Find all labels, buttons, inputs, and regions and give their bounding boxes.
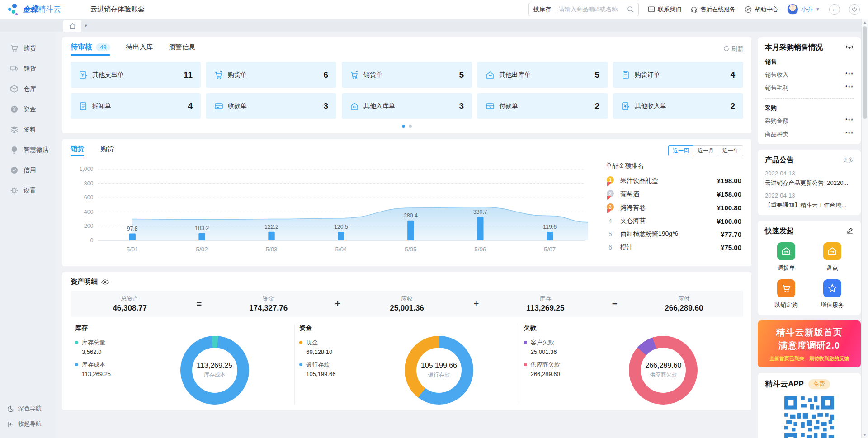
yen-doc-icon (621, 102, 630, 111)
quick-action-value-added[interactable]: 增值服务 (811, 279, 854, 309)
more-link[interactable]: 更多 (843, 156, 854, 164)
total-assets: 总资产 46,308.77 (71, 295, 189, 313)
sidebar: 购货 销货 仓库 资金 资料 智慧微店 信用 设置 (0, 32, 55, 438)
stocktake-house-icon (827, 246, 838, 257)
scroll-up-arrow[interactable]: ▲ (862, 19, 868, 25)
svg-text:103.2: 103.2 (195, 225, 209, 231)
ranking-row[interactable]: 6 橙汁 ¥75.00 (606, 243, 741, 251)
sidebar-item-purchase[interactable]: 购货 (0, 38, 55, 58)
quick-action-stocktake[interactable]: 盘点 (811, 242, 854, 272)
plus-operator: + (466, 299, 486, 309)
range-week-button[interactable]: 近一周 (668, 145, 693, 156)
truck-icon (10, 64, 19, 73)
refresh-button[interactable]: 刷新 (723, 45, 743, 53)
home-tab[interactable] (63, 20, 81, 32)
eye-icon[interactable] (101, 279, 109, 285)
announcement-link[interactable]: 云进销存产品更新公告_20220... (765, 179, 854, 187)
pending-card-receipt[interactable]: 收款单 3 (206, 93, 336, 119)
collapse-nav-button[interactable]: 收起导航 (0, 416, 55, 432)
carousel-dot-2[interactable] (409, 125, 412, 128)
search-scope-selector[interactable]: 搜库存 (533, 5, 551, 14)
debts-legend: 客户欠款25,001.36 供应商欠款266,289.60 (524, 339, 588, 405)
legend-dot (75, 341, 78, 344)
gold-medal-icon: 1 (606, 176, 615, 185)
pending-card-other-expense[interactable]: 其他支出单 11 (71, 62, 201, 88)
bronze-medal-icon: 3 (606, 203, 615, 212)
logo-icon (8, 4, 19, 15)
sidebar-item-data[interactable]: 资料 (0, 119, 55, 140)
sidebar-item-credit[interactable]: 信用 (0, 160, 55, 180)
edit-quick-actions-button[interactable] (846, 227, 854, 235)
sidebar-item-smart-shop[interactable]: 智慧微店 (0, 140, 55, 160)
range-switcher: 近一周 近一月 近一年 (669, 145, 743, 156)
back-button[interactable]: ← (829, 4, 840, 15)
pending-card-other-income[interactable]: 其他收入单 2 (613, 93, 743, 119)
after-sales-service-link[interactable]: 售后在线服务 (690, 5, 736, 14)
tab-sales-trend[interactable]: 销货 (71, 145, 84, 156)
pending-card-other-inbound[interactable]: 其他入库单 3 (342, 93, 472, 119)
search-input[interactable] (559, 6, 623, 13)
pending-card-purchase-request[interactable]: 购货订单 4 (613, 62, 743, 88)
sidebar-item-settings[interactable]: 设置 (0, 180, 55, 201)
tab-pending-approval[interactable]: 待审核 49 (71, 42, 110, 55)
ranking-row[interactable]: 1 果汁饮品礼盒 ¥198.00 (606, 176, 741, 185)
funds-donut-chart: 105,199.66银行存款 (405, 336, 473, 405)
pending-card-sales-order[interactable]: 销货单 5 (342, 62, 472, 88)
funds-amount: 资金 174,327.76 (209, 295, 327, 313)
collapse-icon (7, 421, 14, 428)
contact-us-link[interactable]: 联系我们 (648, 5, 681, 14)
range-year-button[interactable]: 近一年 (718, 145, 743, 156)
vertical-scrollbar[interactable]: ▲ ▼ (861, 19, 868, 438)
range-month-button[interactable]: 近一月 (693, 145, 718, 156)
svg-text:5/07: 5/07 (544, 246, 556, 253)
quick-action-purchase-by-sales[interactable]: 以销定购 (765, 279, 807, 309)
message-icon (648, 6, 655, 13)
ranking-row[interactable]: 3 烤海苔卷 ¥100.80 (606, 203, 741, 212)
announcement-link[interactable]: 【重要通知】精斗云工作台域... (765, 201, 854, 209)
pending-card-purchase-order[interactable]: 购货单 6 (206, 62, 336, 88)
ranking-panel: 单品金额排名 1 果汁饮品礼盒 ¥198.00 2 葡萄酒 ¥158.00 (598, 161, 743, 261)
sidebar-item-funds[interactable]: 资金 (0, 99, 55, 119)
scroll-down-arrow[interactable]: ▼ (862, 432, 868, 438)
tab-warning-info[interactable]: 预警信息 (168, 43, 195, 54)
svg-text:400: 400 (84, 209, 94, 215)
tab-purchase-trend[interactable]: 购货 (100, 145, 114, 156)
search-box[interactable]: 搜库存 (528, 3, 639, 16)
svg-text:0: 0 (90, 237, 94, 244)
ranking-row[interactable]: 2 葡萄酒 ¥158.00 (606, 190, 741, 198)
survey-banner[interactable]: 精斗云新版首页 满意度调研2.0 全新首页已到来 期待收到您的反馈 (758, 320, 861, 367)
carousel-dot-1[interactable] (402, 125, 405, 128)
doc-plus-icon (79, 102, 88, 111)
ranking-row[interactable]: 4 夹心海苔 ¥100.00 (606, 217, 741, 225)
svg-text:5/02: 5/02 (196, 246, 208, 253)
avatar (787, 4, 798, 15)
house-arrow-in-icon (350, 102, 359, 111)
logout-button[interactable] (849, 4, 860, 15)
scrollbar-thumb[interactable] (863, 26, 867, 119)
user-menu[interactable]: 小乔 ▼ (787, 4, 820, 15)
shield-check-icon (10, 166, 19, 174)
sidebar-item-sales[interactable]: 销货 (0, 58, 55, 79)
divider (765, 98, 854, 99)
dark-nav-toggle[interactable]: 深色导航 (0, 401, 55, 416)
pending-card-other-outbound[interactable]: 其他出库单 5 (477, 62, 608, 88)
tab-dropdown-button[interactable]: ▼ (81, 20, 90, 32)
hide-values-toggle[interactable] (845, 44, 854, 52)
help-center-link[interactable]: 帮助中心 (745, 5, 778, 14)
sidebar-item-warehouse[interactable]: 仓库 (0, 79, 55, 99)
monthly-row: 销售毛利*** (765, 84, 854, 92)
donut-section-debts: 欠款 客户欠款25,001.36 供应商欠款266,289.60 (519, 324, 743, 405)
ranking-title: 单品金额排名 (606, 162, 741, 170)
pending-card-payment[interactable]: 付款单 2 (477, 93, 608, 119)
donut-section-inventory: 库存 库存总量3,562.0 库存成本113,269.25 (71, 324, 295, 405)
pending-card-disassembly[interactable]: 拆卸单 4 (71, 93, 201, 119)
transfer-house-icon (781, 246, 792, 257)
card-yen-icon (486, 102, 495, 111)
svg-text:5/01: 5/01 (127, 246, 138, 253)
quick-action-transfer[interactable]: 调拨单 (765, 242, 807, 272)
tab-pending-inout[interactable]: 待出入库 (126, 43, 153, 54)
app-logo[interactable]: 金蝶精斗云 (8, 4, 80, 15)
search-icon[interactable] (627, 6, 634, 13)
topbar: 金蝶精斗云 云进销存体验账套 搜库存 联系我们 售后在线服务 帮助中心 小乔 ▼… (0, 0, 868, 19)
ranking-row[interactable]: 5 西红柿意粉酱190g*6 ¥77.70 (606, 230, 741, 238)
